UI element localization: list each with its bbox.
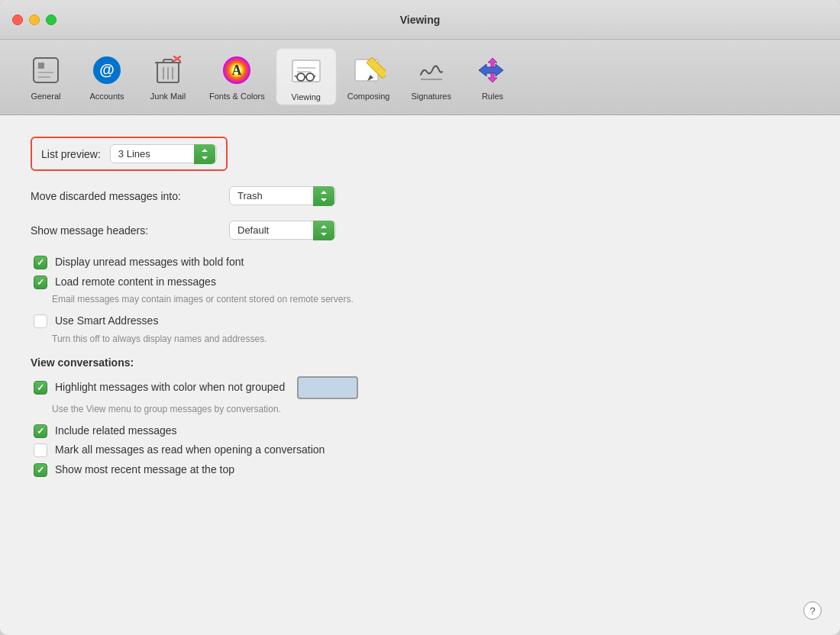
- help-button[interactable]: ?: [803, 601, 822, 620]
- toolbar: General @ Accounts: [0, 40, 840, 115]
- most-recent-label: Show most recent message at the top: [55, 463, 234, 478]
- load-remote-label: Load remote content in messages: [55, 275, 216, 290]
- toolbar-item-signatures[interactable]: Signatures: [400, 47, 462, 105]
- smart-addresses-label: Use Smart Addresses: [55, 314, 158, 329]
- toolbar-item-fonts-colors[interactable]: A Fonts & Colors: [199, 47, 276, 105]
- traffic-lights: [12, 15, 57, 25]
- move-discarded-row: Move discarded messages into: Trash Arch…: [31, 186, 809, 205]
- maximize-button[interactable]: [46, 15, 57, 25]
- toolbar-item-accounts[interactable]: @ Accounts: [76, 47, 137, 105]
- bold-font-label: Display unread messages with bold font: [55, 255, 244, 270]
- load-remote-checkbox[interactable]: [34, 276, 47, 289]
- toolbar-item-composing[interactable]: Composing: [337, 47, 401, 105]
- toolbar-label-general: General: [31, 92, 60, 101]
- svg-rect-3: [38, 76, 50, 78]
- mark-read-row: Mark all messages as read when opening a…: [31, 443, 809, 458]
- main-window: Viewing General @ Acco: [0, 0, 840, 635]
- toolbar-label-rules: Rules: [482, 92, 503, 101]
- general-icon: [27, 52, 64, 89]
- fonts-colors-icon: A: [218, 52, 255, 89]
- rules-icon: [474, 52, 511, 89]
- move-discarded-label: Move discarded messages into:: [31, 190, 229, 202]
- toolbar-label-junk-mail: Junk Mail: [150, 92, 186, 101]
- viewing-icon: [288, 53, 325, 89]
- show-headers-dropdown-container: Default All: [229, 221, 336, 240]
- close-button[interactable]: [12, 15, 23, 25]
- toolbar-item-viewing[interactable]: Viewing: [276, 47, 337, 105]
- smart-addresses-checkbox[interactable]: [34, 314, 47, 328]
- color-preview-swatch[interactable]: [297, 376, 358, 399]
- highlight-color-row: Highlight messages with color when not g…: [31, 376, 809, 399]
- title-bar: Viewing: [0, 0, 840, 40]
- svg-rect-2: [38, 72, 53, 73]
- svg-rect-8: [163, 60, 173, 63]
- include-related-row: Include related messages: [31, 424, 809, 439]
- toolbar-item-general[interactable]: General: [15, 47, 76, 105]
- most-recent-row: Show most recent message at the top: [31, 463, 809, 478]
- toolbar-label-composing: Composing: [347, 92, 390, 101]
- toolbar-label-accounts: Accounts: [89, 92, 124, 101]
- signatures-icon: [413, 52, 450, 89]
- svg-rect-1: [38, 63, 44, 69]
- minimize-button[interactable]: [29, 15, 40, 25]
- mark-read-label: Mark all messages as read when opening a…: [55, 443, 325, 458]
- show-headers-dropdown[interactable]: Default All: [229, 221, 336, 240]
- list-preview-row: List preview: None 1 Line 2 Lines 3 Line…: [31, 137, 228, 171]
- list-preview-dropdown[interactable]: None 1 Line 2 Lines 3 Lines 4 Lines 5 Li…: [110, 144, 217, 163]
- window-title: Viewing: [400, 14, 441, 26]
- mark-read-checkbox[interactable]: [34, 443, 47, 457]
- toolbar-label-signatures: Signatures: [411, 92, 451, 101]
- show-headers-label: Show message headers:: [31, 224, 229, 237]
- composing-icon: [351, 52, 387, 89]
- highlight-color-subtext: Use the View menu to group messages by c…: [31, 404, 809, 414]
- smart-addresses-row: Use Smart Addresses: [31, 314, 809, 329]
- highlight-color-checkbox[interactable]: [34, 381, 47, 395]
- smart-addresses-subtext: Turn this off to always display names an…: [31, 334, 809, 344]
- accounts-icon: @: [89, 52, 125, 89]
- toolbar-item-junk-mail[interactable]: Junk Mail: [137, 47, 199, 105]
- conversations-header: View conversations:: [31, 356, 809, 369]
- svg-text:@: @: [99, 61, 115, 78]
- svg-rect-0: [34, 58, 58, 82]
- toolbar-label-viewing: Viewing: [292, 92, 321, 102]
- help-label: ?: [809, 605, 815, 617]
- show-headers-row: Show message headers: Default All: [31, 221, 809, 240]
- load-remote-subtext: Email messages may contain images or con…: [31, 294, 809, 305]
- highlight-color-label: Highlight messages with color when not g…: [55, 380, 285, 395]
- include-related-checkbox[interactable]: [34, 424, 47, 438]
- bold-font-row: Display unread messages with bold font: [31, 255, 809, 270]
- most-recent-checkbox[interactable]: [34, 463, 47, 477]
- move-discarded-dropdown[interactable]: Trash Archive: [229, 186, 336, 205]
- bold-font-checkbox[interactable]: [34, 256, 47, 269]
- list-preview-dropdown-container: None 1 Line 2 Lines 3 Lines 4 Lines 5 Li…: [110, 144, 217, 163]
- move-discarded-dropdown-container: Trash Archive: [229, 186, 336, 205]
- content-area: List preview: None 1 Line 2 Lines 3 Line…: [0, 115, 840, 635]
- toolbar-item-rules[interactable]: Rules: [462, 47, 523, 105]
- svg-text:A: A: [232, 63, 242, 78]
- junk-mail-icon: [150, 52, 186, 89]
- include-related-label: Include related messages: [55, 424, 177, 439]
- load-remote-row: Load remote content in messages: [31, 275, 809, 290]
- toolbar-label-fonts-colors: Fonts & Colors: [209, 92, 265, 101]
- list-preview-label: List preview:: [41, 148, 101, 160]
